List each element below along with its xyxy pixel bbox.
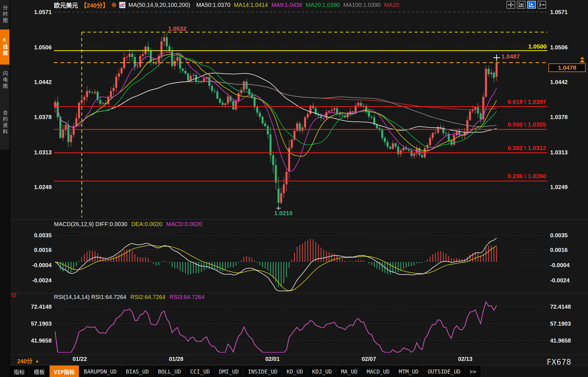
yellow-level-label: 1.0500	[528, 43, 547, 50]
candle-body	[187, 73, 189, 80]
toolbar-button-模板[interactable]: 模板	[30, 366, 49, 377]
fib-label: 0.382 \ 1.0312	[508, 145, 546, 151]
candle-body	[115, 77, 117, 88]
candle-body	[408, 149, 410, 151]
candle-body	[490, 73, 492, 74]
candle-body	[102, 103, 104, 104]
price-axis-label: 72.4148	[550, 304, 571, 310]
toolbar-button->>[interactable]: >>	[465, 366, 480, 377]
price-axis-label: 41.9658	[550, 337, 571, 344]
chart-canvas[interactable]: 0.618 \ 1.03970.500 \ 1.03550.382 \ 1.03…	[0, 0, 588, 377]
toolbar-button-MA_UD[interactable]: MA_UD	[337, 366, 362, 377]
candle-body	[410, 151, 412, 156]
price-axis-label: 0.0016	[34, 247, 52, 253]
ma-value-label: MA14:1.0414	[234, 2, 268, 8]
rsi-line-2	[55, 302, 497, 352]
sidebar-item-K线图[interactable]: K线图	[0, 30, 9, 65]
toolbar-button-BOLL_UD[interactable]: BOLL_UD	[154, 366, 185, 377]
candle-body	[254, 98, 256, 107]
candle-body	[216, 92, 218, 99]
price-axis-label: 1.0313	[34, 149, 52, 156]
candle-body	[323, 118, 325, 119]
candle-body	[89, 91, 91, 92]
candle-body	[248, 89, 250, 94]
price-axis-label: 0.0035	[550, 232, 568, 238]
chart-header: 欧元美元 【240分】 ⊕ MA(50,14,9,20,100,200) MA5…	[54, 1, 399, 9]
candle-body	[435, 133, 437, 133]
up-arrow-icon	[579, 57, 586, 64]
candle-body	[381, 130, 383, 138]
timeframe-label[interactable]: 【240分】	[81, 1, 109, 9]
candle-body	[496, 63, 498, 77]
macd-header-part: DEA:0.0020	[131, 221, 162, 227]
candle-body	[99, 100, 101, 104]
sidebar-item-闪电图[interactable]: 闪电图	[0, 65, 9, 96]
chart-logo-icon[interactable]	[119, 2, 126, 8]
candle-body	[349, 111, 351, 114]
ma-value-label: MA9:1.0436	[271, 2, 302, 8]
candle-body	[384, 138, 386, 142]
toolbar-button-DMI_UD[interactable]: DMI_UD	[215, 366, 243, 377]
candle-body	[62, 130, 64, 138]
toolbar-button-OUTSIDE_UD[interactable]: OUTSIDE_UD	[423, 366, 465, 377]
ma-line-50	[55, 73, 497, 133]
toolbar-button-MTM_UD[interactable]: MTM_UD	[394, 366, 423, 377]
candle-body	[176, 57, 178, 61]
plus-circle-icon[interactable]: ⊕	[111, 2, 116, 8]
price-axis-label: 1.0249	[550, 184, 568, 190]
toolbar-button-KD_UD[interactable]: KD_UD	[282, 366, 307, 377]
price-axis-label: -0.0004	[550, 262, 570, 268]
axis-shift-right-icon[interactable]	[538, 1, 546, 9]
axis-scale-active-icon[interactable]	[527, 1, 536, 9]
candle-body	[67, 125, 69, 142]
candle-body	[283, 184, 285, 193]
candle-body	[307, 114, 309, 117]
candle-body	[237, 93, 240, 100]
target-icon[interactable]	[11, 292, 17, 299]
candle-body	[235, 101, 237, 110]
ma-value-label: MA20:1.0390	[306, 2, 340, 8]
move-icon[interactable]	[507, 1, 515, 9]
candle-body	[333, 108, 335, 110]
candle-body	[456, 131, 458, 135]
candle-body	[118, 73, 120, 77]
candle-body	[227, 96, 229, 103]
price-axis-label: 41.9658	[31, 337, 52, 344]
candle-body	[243, 81, 245, 90]
candle-body	[400, 150, 402, 154]
candle-body	[190, 76, 192, 80]
current-price-value: 1.0478	[558, 64, 576, 71]
toolbar-button-VIP指标[interactable]: VIP指标	[50, 366, 79, 377]
price-axis-label: 57.1903	[31, 320, 52, 327]
chart-view-buttons	[507, 1, 546, 9]
candle-body	[134, 57, 136, 67]
axis-scale-left-icon[interactable]	[517, 1, 525, 9]
toolbar-button-BIAS_UD[interactable]: BIAS_UD	[122, 366, 153, 377]
toolbar-button-指标[interactable]: 指标	[9, 366, 29, 377]
candle-body	[91, 93, 93, 93]
candle-body	[488, 69, 490, 74]
sidebar-item-合约资料[interactable]: 合约资料	[0, 96, 9, 149]
sidebar-item-分时图[interactable]: 分时图	[0, 0, 9, 30]
toolbar-button-BARUPDN_UD[interactable]: BARUPDN_UD	[79, 366, 121, 377]
price-axis-label: 1.0506	[34, 44, 52, 50]
toolbar-button-MACD_UD[interactable]: MACD_UD	[362, 366, 394, 377]
macd-header-part: MACD(26,12,9) DIFF:0.0030	[54, 221, 127, 227]
date-axis: 01/2201/2802/0102/0702/13	[0, 356, 588, 364]
candle-body	[270, 134, 272, 155]
macd-header: MACD(26,12,9) DIFF:0.0030DEA:0.0020MACD:…	[54, 221, 206, 228]
candle-body	[387, 142, 389, 147]
rsi-line-1	[55, 302, 497, 352]
candle-body	[371, 116, 373, 117]
candle-body	[472, 110, 474, 111]
current-price-box: 1.0478	[548, 63, 586, 72]
rsi-header-part: RSI2:64.7264	[130, 294, 165, 300]
toolbar-button-INSIDE_UD[interactable]: INSIDE_UD	[244, 366, 282, 377]
candle-body	[485, 69, 487, 97]
toolbar-button-KDJ_UD[interactable]: KDJ_UD	[308, 366, 336, 377]
candle-body	[291, 140, 293, 148]
candle-body	[113, 88, 115, 91]
candle-body	[440, 127, 442, 128]
toolbar-button-CCI_UD[interactable]: CCI_UD	[186, 366, 214, 377]
candle-body	[341, 115, 343, 115]
